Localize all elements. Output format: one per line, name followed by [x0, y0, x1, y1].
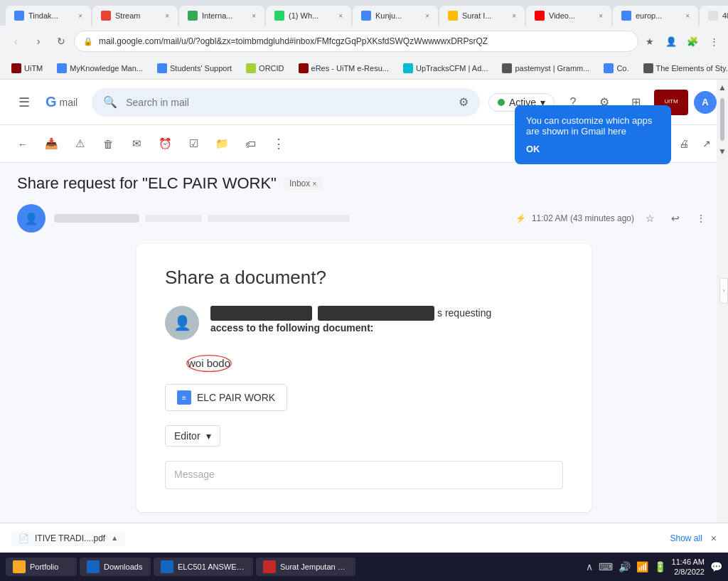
circled-text: woi bodo — [171, 350, 247, 376]
bookmark-label: Students' Support — [170, 64, 232, 73]
tab-close-icon[interactable]: × — [338, 12, 343, 20]
tab-stream[interactable]: Stream × — [92, 6, 178, 26]
email-more-button[interactable]: ⋮ — [691, 208, 711, 228]
tab-close-icon[interactable]: × — [252, 12, 256, 20]
gmail-search-bar[interactable]: 🔍 ⚙ — [92, 88, 480, 117]
filter-icon[interactable]: ⚙ — [459, 95, 469, 109]
back-button[interactable]: ‹ — [6, 31, 26, 51]
message-input[interactable]: Message — [165, 461, 563, 489]
scroll-up-chevron[interactable]: ▲ — [717, 80, 728, 95]
reload-button[interactable]: ↻ — [51, 31, 71, 51]
taskbar-app-elc[interactable]: ELC501 ANSWER KE... — [154, 558, 253, 576]
downloads-bar: 📄 ITIVE TRADI....pdf ▲ Show all × — [0, 523, 728, 553]
tooltip-ok-button[interactable]: OK — [526, 144, 660, 154]
tab-favicon — [361, 11, 371, 21]
tab-video[interactable]: Video... × — [526, 6, 611, 26]
sender-name-redacted — [54, 214, 139, 223]
tab-kunju[interactable]: Kunju... × — [353, 6, 438, 26]
tab-europa[interactable]: europ... × — [613, 6, 698, 26]
open-in-new-button[interactable]: ↗ — [697, 134, 717, 154]
browser-actions: ★ 👤 🧩 ⋮ — [641, 33, 722, 50]
taskbar-app-portfolio[interactable]: Portfolio — [6, 558, 77, 576]
taskbar-app-surat[interactable]: Surat Jemputan Kol... — [256, 558, 355, 576]
snooze-button[interactable]: ⏰ — [154, 132, 176, 155]
scroll-down-chevron[interactable]: ▼ — [717, 144, 728, 159]
report-spam-button[interactable]: ⚠ — [68, 132, 91, 155]
bookmark-orcid[interactable]: ORCID — [240, 62, 289, 75]
view-actions: 🖨 ↗ — [674, 134, 717, 154]
move-to-button[interactable]: 📁 — [210, 132, 233, 155]
bookmark-myknowledge[interactable]: MyKnowledge Man... — [51, 62, 149, 75]
taskbar-app-downloads[interactable]: Downloads — [80, 558, 151, 576]
gmail-logo: G mail — [46, 94, 77, 110]
search-input[interactable] — [126, 97, 450, 108]
extension-icon[interactable]: ★ — [641, 33, 658, 50]
show-all-downloads-button[interactable]: Show all — [670, 533, 702, 543]
share-text: s requesting access to the following doc… — [210, 306, 563, 336]
circled-annotation: woi bodo — [171, 357, 247, 370]
message-placeholder: Message — [174, 469, 215, 480]
tab-close-icon[interactable]: × — [599, 12, 603, 20]
role-dropdown[interactable]: Editor ▾ — [165, 425, 220, 447]
taskbar-app-icon — [87, 560, 100, 573]
university-logo-text: UiTM — [664, 99, 678, 105]
tab-close-icon[interactable]: × — [165, 12, 169, 20]
back-to-inbox-button[interactable]: ← — [11, 132, 34, 155]
tab-close-icon[interactable]: × — [78, 12, 82, 20]
forward-button[interactable]: › — [28, 31, 48, 51]
star-button[interactable]: ☆ — [640, 208, 660, 228]
volume-icon[interactable]: 🔊 — [619, 561, 631, 572]
bookmark-elements[interactable]: The Elements of Sty... — [638, 62, 728, 75]
bookmark-label: pastemyst | Gramm... — [515, 64, 589, 73]
bookmark-eres[interactable]: eRes - UiTM e-Resu... — [293, 62, 395, 75]
reply-button[interactable]: ↩ — [665, 208, 685, 228]
more-options-icon[interactable]: ⋮ — [705, 33, 722, 50]
bookmark-students[interactable]: Students' Support — [151, 62, 237, 75]
tab-tindak[interactable]: Tindak... × — [6, 6, 91, 26]
document-link[interactable]: ≡ ELC PAIR WORK — [165, 384, 287, 411]
tab-surat[interactable]: Surat I... × — [439, 6, 525, 26]
scroll-handle[interactable] — [720, 98, 724, 141]
bookmark-uptracks[interactable]: UpTracksCFM | Ad... — [397, 62, 493, 75]
bookmark-co[interactable]: Co. — [598, 62, 634, 75]
label-button[interactable]: 🏷 — [239, 132, 262, 155]
delete-button[interactable]: 🗑 — [97, 132, 119, 155]
system-tray-chevron-icon[interactable]: ∧ — [586, 561, 593, 572]
tab-close-icon[interactable]: × — [512, 12, 516, 20]
inbox-badge-label: Inbox — [289, 178, 310, 188]
tab-whatsapp[interactable]: (1) Wh... × — [266, 6, 351, 26]
more-actions-button[interactable]: ⋮ — [267, 132, 290, 155]
hamburger-menu-button[interactable]: ☰ — [11, 90, 37, 115]
inbox-badge-close-icon[interactable]: × — [313, 180, 317, 188]
notification-icon[interactable]: 💬 — [710, 561, 722, 572]
address-bar[interactable]: 🔒 mail.google.com/mail/u/0/?ogbl&zx=toim… — [74, 31, 638, 52]
user-avatar[interactable]: A — [694, 91, 717, 114]
tab-favicon — [708, 11, 718, 21]
profile-icon[interactable]: 👤 — [663, 33, 680, 50]
tab-label: Tindak... — [28, 11, 74, 20]
download-item[interactable]: 📄 ITIVE TRADI....pdf ▲ — [11, 531, 125, 546]
archive-button[interactable]: 📥 — [40, 132, 63, 155]
download-chevron-icon[interactable]: ▲ — [111, 534, 118, 542]
print-button[interactable]: 🖨 — [674, 134, 694, 154]
bookmark-uitm[interactable]: UiTM — [6, 62, 48, 75]
side-expand-button[interactable]: › — [719, 278, 728, 304]
tab-interna[interactable]: Interna... × — [179, 6, 264, 26]
bookmark-pastemyst[interactable]: pastemyst | Gramm... — [496, 62, 595, 75]
tab-404[interactable]: 404 N... × — [700, 6, 728, 26]
tab-close-icon[interactable]: × — [685, 12, 690, 20]
avatar-initial: A — [702, 97, 708, 107]
inbox-badge[interactable]: Inbox × — [284, 177, 323, 190]
sender-avatar: 👤 — [17, 204, 46, 233]
keyboard-icon[interactable]: ⌨ — [599, 561, 613, 572]
downloads-close-button[interactable]: × — [711, 533, 717, 544]
email-body-title: Share a document? — [165, 267, 563, 289]
mark-unread-button[interactable]: ✉ — [125, 132, 148, 155]
gmail-apps-tooltip: You can customize which apps are shown i… — [515, 105, 671, 164]
battery-icon[interactable]: 🔋 — [654, 561, 666, 572]
add-task-button[interactable]: ☑ — [182, 132, 205, 155]
tab-favicon — [535, 11, 545, 21]
extension-puzzle-icon[interactable]: 🧩 — [684, 33, 701, 50]
tab-close-icon[interactable]: × — [425, 12, 429, 20]
network-icon[interactable]: 📶 — [636, 561, 648, 572]
